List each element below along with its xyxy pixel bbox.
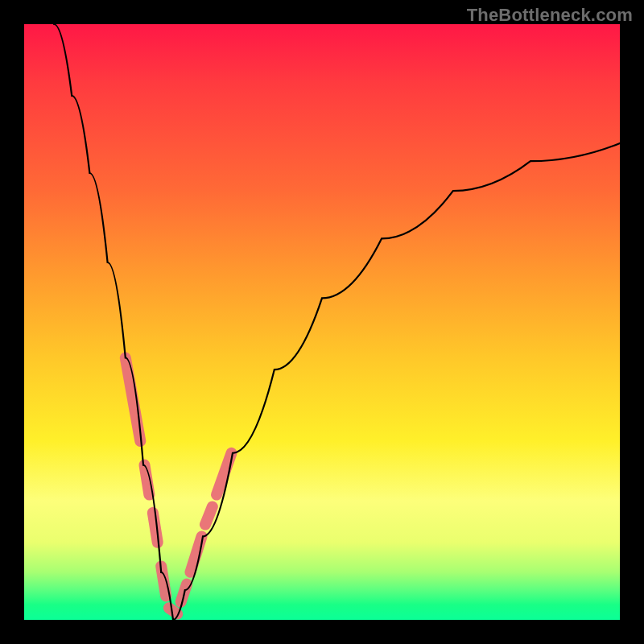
marker-segment [205, 506, 213, 524]
marker-segments [126, 357, 232, 613]
bottleneck-curve [54, 24, 620, 620]
marker-segment [126, 357, 141, 441]
watermark-text: TheBottleneck.com [467, 5, 633, 26]
chart-svg [24, 24, 620, 620]
